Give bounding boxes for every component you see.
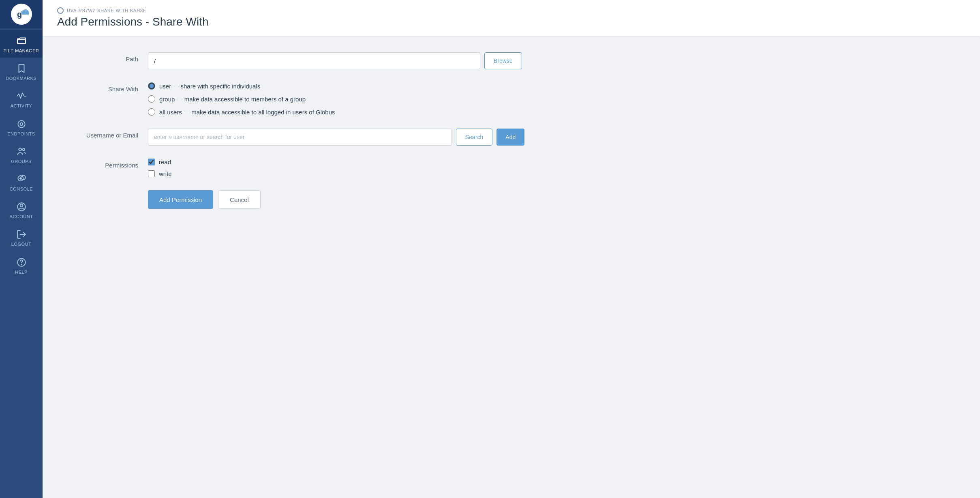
breadcrumb-icon — [57, 7, 64, 14]
svg-point-9 — [19, 148, 21, 151]
svg-point-14 — [20, 204, 23, 207]
permissions-control: read write — [148, 159, 956, 177]
permission-read-label: read — [159, 159, 171, 165]
endpoints-icon — [16, 119, 27, 129]
sidebar-label-help: HELP — [15, 270, 28, 275]
user-circle-icon — [16, 202, 27, 212]
share-option-all-users[interactable]: all users — make data accessible to all … — [148, 108, 335, 116]
activity-icon — [16, 91, 27, 101]
share-with-control: user — share with specific individuals g… — [148, 82, 956, 116]
permissions-label: Permissions — [67, 159, 148, 169]
path-input[interactable] — [148, 52, 480, 69]
checkbox-write[interactable] — [148, 170, 155, 177]
permission-write[interactable]: write — [148, 170, 172, 177]
console-icon — [16, 174, 27, 185]
sidebar: g FILE MANAGER BOOKMARKS — [0, 0, 43, 498]
permissions-row: Permissions read write — [67, 159, 956, 177]
circle-icon — [16, 119, 27, 129]
sidebar-label-groups: GROUPS — [11, 159, 32, 164]
file-manager-icon — [16, 36, 27, 46]
sidebar-item-account[interactable]: ACCOUNT — [0, 196, 43, 223]
browse-button[interactable]: Browse — [484, 52, 522, 69]
radio-user[interactable] — [148, 82, 155, 90]
console-svg-icon — [16, 174, 27, 185]
page-title: Add Permissions - Share With — [57, 15, 965, 28]
breadcrumb-text: UVA-RS7WZ SHARE WITH KAH3F — [67, 8, 146, 13]
sidebar-item-console[interactable]: CONSOLE — [0, 168, 43, 196]
sidebar-item-logout[interactable]: LOGOUT — [0, 223, 43, 251]
sidebar-item-activity[interactable]: ACTIVITY — [0, 85, 43, 113]
account-icon — [16, 202, 27, 212]
page-header: UVA-RS7WZ SHARE WITH KAH3F Add Permissio… — [43, 0, 980, 36]
sidebar-label-logout: LOGOUT — [11, 242, 31, 247]
permission-write-label: write — [159, 170, 172, 177]
help-icon — [16, 257, 27, 268]
sidebar-label-console: CONSOLE — [10, 187, 33, 192]
username-control: Search Add — [148, 129, 956, 146]
logout-icon — [16, 229, 27, 240]
sidebar-logo: g — [0, 0, 43, 28]
checkbox-read[interactable] — [148, 159, 155, 165]
path-label: Path — [67, 52, 148, 62]
share-option-user[interactable]: user — share with specific individuals — [148, 82, 335, 90]
svg-point-7 — [18, 120, 25, 127]
breadcrumb: UVA-RS7WZ SHARE WITH KAH3F — [57, 7, 965, 14]
app-logo: g — [11, 4, 32, 25]
permission-read[interactable]: read — [148, 159, 172, 165]
share-with-row: Share With user — share with specific in… — [67, 82, 956, 116]
action-buttons: Add Permission Cancel — [148, 190, 956, 209]
svg-text:g: g — [17, 10, 22, 19]
cancel-button[interactable]: Cancel — [218, 190, 261, 209]
sidebar-label-activity: ACTIVITY — [11, 103, 32, 109]
main-area: UVA-RS7WZ SHARE WITH KAH3F Add Permissio… — [43, 0, 980, 498]
search-button[interactable]: Search — [456, 129, 492, 146]
add-permission-button[interactable]: Add Permission — [148, 190, 213, 209]
username-label: Username or Email — [67, 129, 148, 139]
share-option-user-label: user — share with specific individuals — [159, 83, 260, 90]
people-icon — [16, 146, 27, 157]
share-option-all-users-label: all users — make data accessible to all … — [159, 109, 335, 116]
logout-svg-icon — [16, 229, 27, 240]
svg-point-17 — [21, 264, 21, 264]
radio-group[interactable] — [148, 95, 155, 103]
svg-rect-6 — [17, 40, 26, 44]
sidebar-item-help[interactable]: HELP — [0, 251, 43, 279]
sidebar-item-file-manager[interactable]: FILE MANAGER — [0, 30, 43, 58]
pulse-icon — [16, 91, 27, 101]
svg-rect-5 — [22, 13, 29, 15]
sidebar-label-file-manager: FILE MANAGER — [4, 48, 39, 54]
logo-icon: g — [12, 5, 31, 24]
svg-point-8 — [20, 122, 23, 125]
form-content: Path Browse Share With user — share with… — [43, 36, 980, 498]
bookmarks-icon — [16, 63, 27, 74]
sidebar-label-endpoints: ENDPOINTS — [7, 131, 35, 137]
bookmark-icon — [16, 63, 27, 74]
path-control: Browse — [148, 52, 956, 69]
question-circle-icon — [16, 257, 27, 268]
groups-icon — [16, 146, 27, 157]
sidebar-item-endpoints[interactable]: ENDPOINTS — [0, 113, 43, 141]
sidebar-label-bookmarks: BOOKMARKS — [6, 76, 36, 81]
sidebar-item-bookmarks[interactable]: BOOKMARKS — [0, 58, 43, 85]
sidebar-item-groups[interactable]: GROUPS — [0, 141, 43, 168]
share-with-label: Share With — [67, 82, 148, 92]
add-user-button[interactable]: Add — [496, 129, 524, 146]
share-option-group-label: group — make data accessible to members … — [159, 96, 306, 103]
share-with-options: user — share with specific individuals g… — [148, 82, 335, 116]
username-row: Username or Email Search Add — [67, 129, 956, 146]
path-row: Path Browse — [67, 52, 956, 69]
permissions-checkboxes: read write — [148, 159, 172, 177]
radio-all-users[interactable] — [148, 108, 155, 116]
sidebar-label-account: ACCOUNT — [10, 214, 33, 219]
share-option-group[interactable]: group — make data accessible to members … — [148, 95, 335, 103]
username-input[interactable] — [148, 129, 452, 146]
svg-point-10 — [22, 148, 24, 150]
folder-icon — [16, 36, 27, 46]
